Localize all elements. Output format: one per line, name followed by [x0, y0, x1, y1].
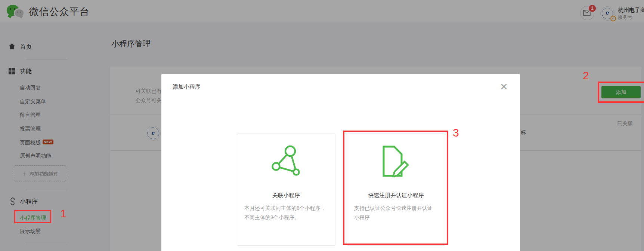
modal-title: 添加小程序	[173, 84, 201, 89]
annotation-number-1: 1	[60, 208, 66, 219]
card-title: 关联小程序	[237, 192, 335, 198]
wechat-mp-platform: 微信公众平台 1 e ✓ 杭州电子商 服务号 首页 功能 自动回复 自	[0, 0, 644, 251]
close-icon[interactable]: ✕	[498, 80, 510, 93]
annotation-number-3: 3	[453, 127, 459, 138]
annotation-box-step1	[14, 210, 51, 223]
annotation-box-step3	[343, 131, 448, 245]
network-link-icon	[271, 145, 301, 177]
card-description-line2: 不同主体的3个小程序。	[244, 215, 300, 220]
annotation-number-2: 2	[583, 70, 589, 81]
card-description-line1: 本月还可关联同主体的8个小程序，	[244, 205, 326, 211]
add-miniprogram-modal: 添加小程序 ✕ 关联小程序 本月还可关联同主体的8个小程序， 不同主体的3个小程…	[161, 74, 520, 251]
annotation-box-step2	[598, 82, 644, 103]
card-link-miniprogram[interactable]: 关联小程序 本月还可关联同主体的8个小程序， 不同主体的3个小程序。	[237, 134, 335, 246]
